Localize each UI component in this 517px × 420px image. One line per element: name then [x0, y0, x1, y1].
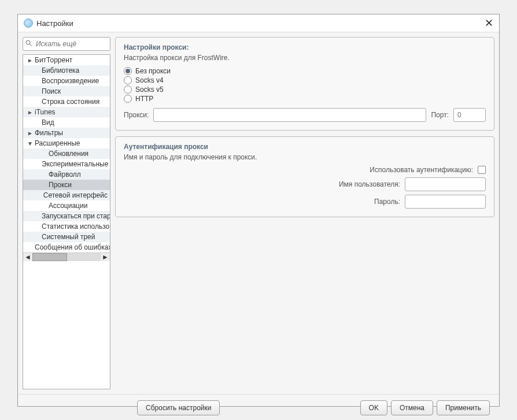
use-auth-label: Использовать аутентификацию:: [370, 166, 473, 174]
expand-icon: ►: [27, 130, 34, 136]
tree-item[interactable]: Сетевой интерфейс: [23, 190, 110, 200]
proxy-settings-group: Настройки прокси: Настройка прокси для F…: [115, 37, 494, 131]
proxy-host-input[interactable]: [153, 108, 426, 122]
radio-icon: [124, 67, 132, 75]
close-icon[interactable]: ✕: [485, 18, 493, 28]
tree-item-label: Вид: [42, 118, 54, 127]
tree-item[interactable]: Воспроизведение: [23, 76, 110, 86]
search-wrap: [23, 37, 110, 51]
dialog-footer: Сбросить настройки OK Отмена Применить: [18, 394, 499, 406]
tree-item-label: Сообщения об ошибках: [35, 243, 110, 251]
tree-item[interactable]: ►БитТоррент: [23, 55, 110, 65]
radio-http[interactable]: HTTP: [124, 94, 486, 103]
username-input[interactable]: [405, 177, 486, 191]
tree-item[interactable]: Запускаться при старте: [23, 211, 110, 221]
tree-item-label: Экспериментальные: [42, 160, 108, 168]
radio-none[interactable]: Без прокси: [124, 66, 486, 76]
tree-item[interactable]: Строка состояния: [23, 96, 110, 107]
tree-item[interactable]: Файрволл: [23, 169, 110, 180]
tree-container: ►БитТоррентБиблиотекаВоспроизведениеПоис…: [23, 54, 110, 389]
tree-item[interactable]: ▼Расширенные: [23, 138, 110, 148]
tree-item-label: Поиск: [42, 87, 61, 95]
proxy-host-row: Прокси: Порт:: [124, 108, 486, 122]
proxy-auth-title: Аутентификация прокси: [124, 143, 486, 151]
tree-item[interactable]: Системный трей: [23, 232, 110, 242]
proxy-label: Прокси:: [124, 111, 149, 119]
password-label: Пароль:: [374, 198, 400, 206]
tree-item[interactable]: Поиск: [23, 86, 110, 96]
radio-label: Socks v5: [135, 86, 164, 94]
tree-item[interactable]: ►iTunes: [23, 107, 110, 117]
apply-button[interactable]: Применить: [437, 400, 490, 415]
svg-line-1: [29, 44, 31, 46]
tree-item-label: Сетевой интерфейс: [43, 191, 108, 199]
search-icon: [25, 40, 32, 47]
scrollbar-track[interactable]: [32, 253, 101, 261]
tree-item[interactable]: Ассоциации: [23, 200, 110, 211]
username-label: Имя пользователя:: [339, 180, 400, 188]
right-panel: Настройки прокси: Настройка прокси для F…: [115, 37, 494, 389]
tree-item[interactable]: Статистика использования: [23, 221, 110, 232]
titlebar: Настройки ✕: [18, 14, 499, 32]
tree-item-label: Обновления: [49, 150, 88, 158]
radio-label: Без прокси: [135, 67, 171, 75]
tree-item[interactable]: Экспериментальные: [23, 159, 110, 169]
content-area: ►БитТоррентБиблиотекаВоспроизведениеПоис…: [18, 32, 499, 394]
horizontal-scrollbar[interactable]: ◄ ►: [23, 252, 110, 261]
proxy-settings-desc: Настройка прокси для FrostWire.: [124, 54, 486, 62]
settings-tree: ►БитТоррентБиблиотекаВоспроизведениеПоис…: [23, 55, 110, 252]
radio-label: Socks v4: [135, 76, 164, 84]
proxy-auth-desc: Имя и пароль для подключения к прокси.: [124, 153, 486, 161]
proxy-settings-title: Настройки прокси:: [124, 43, 486, 51]
settings-dialog: Настройки ✕ ►БитТоррентБиблиотекаВоспрои…: [17, 14, 500, 407]
password-row: Пароль:: [124, 195, 486, 209]
tree-item-label: Строка состояния: [42, 98, 99, 106]
left-panel: ►БитТоррентБиблиотекаВоспроизведениеПоис…: [23, 37, 110, 389]
titlebar-left: Настройки: [24, 18, 73, 28]
password-input[interactable]: [405, 195, 486, 209]
tree-item-label: БитТоррент: [35, 56, 72, 64]
scroll-left-icon[interactable]: ◄: [24, 253, 31, 261]
tree-item[interactable]: Сообщения об ошибках: [23, 242, 110, 252]
radio-socks4[interactable]: Socks v4: [124, 76, 486, 85]
ok-button[interactable]: OK: [360, 400, 387, 415]
tree-item[interactable]: Прокси: [23, 180, 110, 190]
reset-button[interactable]: Сбросить настройки: [137, 400, 220, 415]
radio-icon: [124, 95, 132, 103]
radio-label: HTTP: [135, 95, 153, 103]
tree-item[interactable]: Библиотека: [23, 65, 110, 76]
radio-icon: [124, 76, 132, 84]
scrollbar-thumb[interactable]: [32, 253, 67, 261]
tree-item-label: Запускаться при старте: [42, 212, 110, 220]
tree-item-label: Системный трей: [42, 233, 95, 241]
expand-icon: ►: [27, 109, 34, 116]
tree-item-label: Статистика использования: [42, 222, 110, 231]
username-row: Имя пользователя:: [124, 177, 486, 191]
tree-item-label: Прокси: [49, 181, 72, 189]
tree-item-label: Воспроизведение: [42, 77, 99, 85]
tree-item-label: iTunes: [35, 108, 56, 116]
use-auth-checkbox[interactable]: [478, 166, 486, 174]
proxy-port-input[interactable]: [453, 108, 486, 122]
tree-item[interactable]: Обновления: [23, 148, 110, 159]
cancel-button[interactable]: Отмена: [391, 400, 433, 415]
tree-item[interactable]: ►Фильтры: [23, 128, 110, 138]
expand-icon: ►: [27, 57, 34, 64]
expand-icon: ▼: [27, 140, 34, 147]
tree-item-label: Файрволл: [49, 170, 81, 179]
tree-item-label: Библиотека: [42, 66, 79, 75]
tree-item-label: Фильтры: [35, 129, 63, 137]
search-input[interactable]: [23, 37, 110, 51]
scroll-right-icon[interactable]: ►: [102, 253, 109, 261]
port-label: Порт:: [431, 111, 449, 119]
tree-item-label: Расширенные: [35, 139, 80, 147]
tree-item-label: Ассоциации: [49, 202, 87, 210]
window-title: Настройки: [36, 19, 73, 28]
radio-socks5[interactable]: Socks v5: [124, 85, 486, 94]
use-auth-row: Использовать аутентификацию:: [124, 166, 486, 174]
radio-icon: [124, 86, 132, 94]
globe-icon: [24, 18, 33, 28]
proxy-auth-group: Аутентификация прокси Имя и пароль для п…: [115, 136, 494, 217]
tree-item[interactable]: Вид: [23, 117, 110, 128]
svg-point-0: [26, 40, 30, 44]
